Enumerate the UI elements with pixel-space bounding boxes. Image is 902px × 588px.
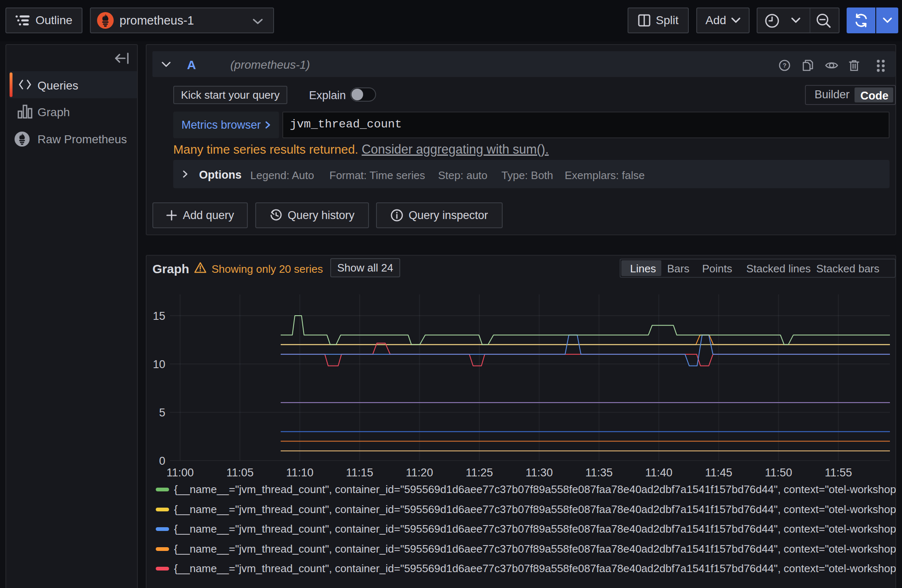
svg-text:11:55: 11:55 (825, 466, 852, 479)
svg-text:11:50: 11:50 (765, 466, 792, 479)
svg-text:11:00: 11:00 (167, 466, 194, 479)
svg-text:0: 0 (159, 455, 165, 467)
svg-text:10: 10 (153, 358, 165, 371)
svg-text:11:40: 11:40 (645, 466, 673, 479)
svg-text:11:10: 11:10 (286, 466, 314, 479)
svg-text:11:25: 11:25 (466, 466, 493, 479)
svg-text:5: 5 (159, 406, 165, 419)
svg-text:11:30: 11:30 (526, 466, 553, 479)
svg-text:11:35: 11:35 (586, 466, 613, 479)
svg-text:11:20: 11:20 (406, 466, 434, 479)
svg-text:15: 15 (153, 310, 165, 322)
svg-text:11:05: 11:05 (226, 466, 254, 479)
svg-text:?: ? (782, 62, 786, 69)
svg-text:11:45: 11:45 (705, 466, 733, 479)
svg-text:11:15: 11:15 (346, 466, 374, 479)
